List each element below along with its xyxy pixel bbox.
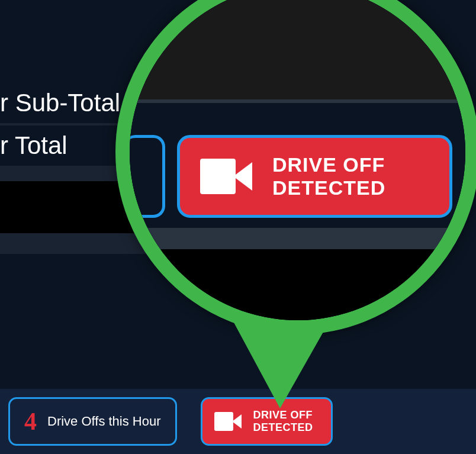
drive-offs-count: 4 [24, 407, 37, 436]
magnifier-content: ORD DRIVE OFF DETECTED [130, 0, 465, 320]
mag-row [130, 0, 465, 103]
decorative-curve [129, 0, 467, 108]
alert-text: DRIVE OFF DETECTED [272, 153, 385, 199]
drive-offs-stat-card[interactable]: 4 Drive Offs this Hour [8, 397, 177, 446]
partial-card-edge [124, 135, 165, 218]
camera-icon [214, 410, 243, 433]
camera-icon [200, 154, 255, 199]
alert-text: DRIVE OFF DETECTED [253, 409, 313, 433]
ord-side-label: ORD [449, 56, 464, 89]
drive-offs-label: Drive Offs this Hour [47, 414, 161, 429]
divider [130, 228, 465, 249]
drive-off-alert-button[interactable]: DRIVE OFF DETECTED [177, 135, 452, 218]
